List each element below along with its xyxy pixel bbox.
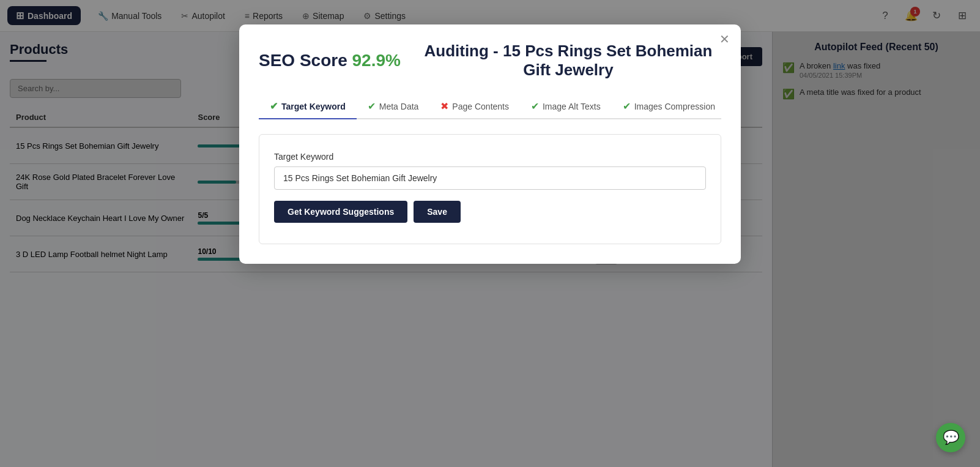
seo-score-percentage: 92.9% [352,51,401,70]
seo-score-display: SEO Score 92.9% [259,51,401,70]
tab-image-alt-texts-label: Image Alt Texts [543,102,601,111]
modal-title: Auditing - 15 Pcs Rings Set Bohemian Gif… [415,42,721,80]
tab-page-contents-label: Page Contents [452,102,509,111]
target-keyword-label: Target Keyword [274,152,706,162]
check-icon: ✔ [531,100,539,112]
chat-bubble-button[interactable]: 💬 [936,423,965,452]
get-keyword-suggestions-button[interactable]: Get Keyword Suggestions [274,201,407,223]
modal-overlay: ✕ SEO Score 92.9% Auditing - 15 Pcs Ring… [0,0,980,467]
keyword-input[interactable] [274,166,706,190]
tab-page-contents[interactable]: ✖ Page Contents [429,94,520,118]
modal-close-button[interactable]: ✕ [719,33,730,45]
audit-modal: ✕ SEO Score 92.9% Auditing - 15 Pcs Ring… [239,24,741,264]
tab-meta-data[interactable]: ✔ Meta Data [357,94,430,118]
modal-action-buttons: Get Keyword Suggestions Save [274,201,706,223]
tab-images-compression-label: Images Compression [634,102,715,111]
tab-target-keyword[interactable]: ✔ Target Keyword [259,94,357,118]
tab-meta-data-label: Meta Data [379,102,419,111]
modal-header: SEO Score 92.9% Auditing - 15 Pcs Rings … [259,42,721,80]
tab-image-alt-texts[interactable]: ✔ Image Alt Texts [520,94,612,118]
check-icon: ✔ [623,100,631,112]
save-button[interactable]: Save [414,201,461,223]
check-icon: ✔ [270,100,278,112]
x-icon: ✖ [440,100,448,112]
modal-tabs: ✔ Target Keyword ✔ Meta Data ✖ Page Cont… [259,94,721,119]
chat-icon: 💬 [943,430,959,446]
seo-score-label: SEO Score [259,51,347,70]
modal-content-area: Target Keyword Get Keyword Suggestions S… [259,134,721,244]
check-icon: ✔ [368,100,376,112]
tab-target-keyword-label: Target Keyword [281,102,346,111]
tab-images-compression[interactable]: ✔ Images Compression [612,94,726,118]
